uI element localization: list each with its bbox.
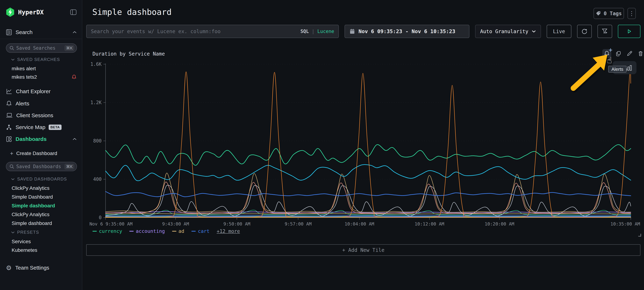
preset-item[interactable]: Services: [0, 238, 82, 245]
refresh-button[interactable]: [577, 25, 592, 38]
chevron-up-icon: [73, 31, 76, 33]
toolbar: SQL | Lucene Nov 6 09:35:23 - Nov 6 10:3…: [86, 25, 640, 38]
svg-text:10:12:00 AM: 10:12:00 AM: [415, 221, 444, 227]
saved-dashboard-item[interactable]: Simple dashboard: [0, 220, 82, 227]
legend-label: ad: [178, 228, 184, 234]
add-new-tile-button[interactable]: + Add New Tile: [86, 244, 640, 256]
collapse-sidebar-icon[interactable]: [70, 9, 76, 15]
saved-dashboard-item-active[interactable]: Simple dashboard: [0, 202, 82, 209]
sidebar-item-service-map[interactable]: Service Map BETA: [0, 123, 82, 131]
legend-item-currency[interactable]: currency: [92, 228, 122, 234]
nav-label: Alerts: [16, 101, 29, 107]
saved-searches-field[interactable]: [16, 45, 64, 51]
dashboard-label: ClickPy Analytics: [12, 212, 50, 217]
beta-badge: BETA: [49, 124, 62, 130]
legend-swatch: [192, 231, 196, 232]
event-search-box[interactable]: SQL | Lucene: [86, 25, 339, 38]
sidebar-item-team-settings[interactable]: ⚙ Team Settings: [0, 264, 82, 272]
run-query-button[interactable]: [618, 25, 640, 38]
legend-item-accounting[interactable]: accounting: [129, 228, 165, 234]
saved-search-item[interactable]: mikes tets2: [0, 73, 82, 81]
delete-tile-button[interactable]: [637, 50, 644, 58]
svg-text:9:43:00 AM: 9:43:00 AM: [162, 221, 189, 227]
dashboards-icon: [6, 136, 12, 142]
toggle-separator: |: [312, 29, 314, 34]
legend-label: accounting: [136, 228, 165, 234]
filter-button[interactable]: [598, 25, 612, 38]
tile-resize-handle[interactable]: [636, 232, 641, 237]
legend-label: currency: [99, 228, 122, 234]
saved-dashboard-item[interactable]: ClickPy Analytics: [0, 185, 82, 192]
saved-dashboards-input[interactable]: ⌘K: [6, 162, 77, 171]
svg-text:10:04:00 AM: 10:04:00 AM: [344, 221, 374, 227]
saved-searches-input[interactable]: ⌘K: [6, 43, 77, 53]
shortcut-badge: ⌘K: [64, 45, 74, 51]
event-search-input[interactable]: [91, 29, 300, 34]
svg-text:400: 400: [93, 177, 102, 182]
section-title: SAVED SEARCHES: [17, 57, 60, 62]
filter-edit-icon: [602, 28, 608, 35]
live-button[interactable]: Live: [547, 25, 571, 38]
chevron-down-icon: [11, 231, 15, 233]
chart-line-icon: [6, 88, 12, 95]
legend-more-link[interactable]: +12 more: [217, 228, 240, 234]
pencil-icon: [627, 51, 632, 56]
divider: [0, 39, 82, 39]
saved-search-item[interactable]: mikes alert: [0, 65, 82, 72]
bell-icon: [6, 100, 12, 107]
tags-label: 0 Tags: [604, 11, 622, 17]
svg-text:10:35:00 AM: 10:35:00 AM: [610, 221, 640, 227]
trash-icon: [638, 51, 644, 56]
nav-label: Client Sessions: [16, 112, 53, 118]
legend-item-cart[interactable]: cart: [192, 228, 210, 234]
edit-tile-button[interactable]: [626, 50, 634, 58]
section-title: SAVED DASHBOARDS: [17, 177, 67, 182]
chevron-down-icon: [11, 59, 15, 61]
dashboard-label: ClickPy Analytics: [12, 185, 50, 191]
saved-dashboard-item[interactable]: Simple Dashboard: [0, 193, 82, 201]
plus-icon: +: [10, 150, 14, 157]
hyperdx-logo-icon: [6, 8, 14, 17]
play-icon: [626, 29, 632, 34]
presets-section-header[interactable]: PRESETS: [0, 230, 82, 235]
refresh-icon: [581, 28, 588, 35]
tag-icon: [596, 11, 601, 16]
tags-button[interactable]: 0 Tags: [594, 8, 624, 19]
kebab-menu-button[interactable]: ⋮: [628, 8, 636, 19]
saved-dashboards-field[interactable]: [16, 164, 64, 169]
create-dashboard-label: Create Dashboard: [16, 151, 57, 156]
sql-toggle[interactable]: SQL: [300, 29, 309, 34]
sidebar-item-search[interactable]: Search: [0, 28, 82, 36]
section-title: PRESETS: [17, 230, 39, 235]
sidebar-item-alerts[interactable]: Alerts: [0, 100, 82, 107]
duration-chart[interactable]: 04008001.2K1.6KNov 6 9:35:00 AM9:43:00 A…: [90, 61, 640, 229]
saved-search-label: mikes tets2: [12, 74, 37, 80]
preset-label: Services: [12, 239, 31, 244]
sidebar-item-dashboards[interactable]: Dashboards: [0, 135, 82, 143]
saved-dashboard-item[interactable]: ClickPy Analytics: [0, 211, 82, 218]
preset-item[interactable]: Kubernetes: [0, 247, 82, 254]
create-dashboard-button[interactable]: + Create Dashboard: [0, 150, 82, 157]
sidebar-header: HyperDX: [0, 7, 82, 17]
gear-icon: ⚙: [6, 264, 12, 271]
magnifier-icon: [10, 46, 14, 50]
svg-text:9:50:00 AM: 9:50:00 AM: [224, 221, 250, 227]
copy-icon: [616, 51, 621, 56]
page-title: Simple dashboard: [92, 7, 172, 17]
duplicate-tile-button[interactable]: [614, 50, 622, 58]
team-settings-label: Team Settings: [15, 265, 49, 271]
chevron-down-icon: [532, 30, 536, 33]
time-range-picker[interactable]: Nov 6 09:35:23 - Nov 6 10:35:23: [344, 25, 470, 38]
svg-text:9:57:00 AM: 9:57:00 AM: [284, 221, 312, 227]
brand-name: HyperDX: [18, 9, 44, 16]
saved-searches-section-header[interactable]: SAVED SEARCHES: [0, 57, 82, 62]
granularity-select[interactable]: Auto Granularity: [475, 25, 541, 38]
legend-item-ad[interactable]: ad: [172, 228, 184, 234]
lucene-toggle[interactable]: Lucene: [317, 29, 334, 34]
legend-swatch: [172, 231, 176, 232]
dashboard-label: Simple Dashboard: [12, 194, 53, 200]
saved-dashboards-section-header[interactable]: SAVED DASHBOARDS: [0, 177, 82, 182]
chart-legend: currency accounting ad cart +12 more: [92, 228, 240, 234]
sidebar-item-client-sessions[interactable]: Client Sessions: [0, 111, 82, 119]
sidebar-item-chart-explorer[interactable]: Chart Explorer: [0, 87, 82, 95]
